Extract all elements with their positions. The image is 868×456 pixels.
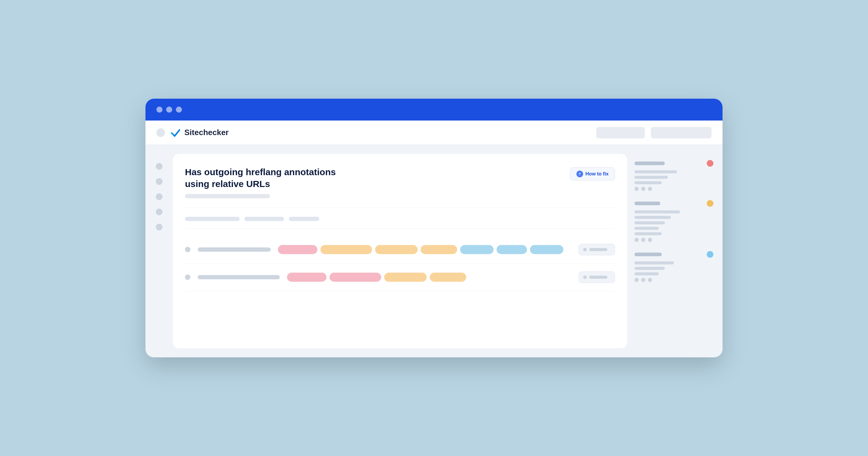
action-btn-dot-2 [583,275,587,279]
controls-row [185,217,615,229]
control-bar-3 [289,217,319,221]
logo-text: Sitechecker [184,128,229,137]
action-btn-bar-2 [589,276,608,279]
rs-line-11 [634,272,659,275]
row-icon-1 [185,247,190,252]
nav-right [596,127,712,138]
left-sidebar [146,154,173,348]
nav-bar: Sitechecker [146,121,722,145]
issue-header: Has outgoing hreflang annotations using … [185,166,615,208]
sidebar-dot-3 [156,193,162,200]
action-btn-dot-1 [583,248,587,251]
tag-pink-1 [278,245,317,254]
nav-button-1[interactable] [596,127,645,138]
how-to-fix-button[interactable]: ? How to fix [570,167,615,181]
main-area: Has outgoing hreflang annotations using … [146,145,722,357]
rs-label-1-1 [634,162,665,165]
how-to-fix-icon: ? [577,171,583,177]
control-bar-2 [245,217,284,221]
row-label-bar-2 [198,275,280,279]
rs-line-3 [634,181,662,184]
sidebar-dot-5 [156,224,162,230]
title-bar [146,99,722,121]
logo-area: Sitechecker [170,127,229,138]
tag-blue-1 [460,245,494,254]
rs-label-3-1 [634,253,662,256]
rs-dot-9 [648,278,652,282]
action-btn-bar-1 [589,248,608,251]
rs-dot-8 [641,278,645,282]
rs-row-1-1 [634,160,713,167]
rs-lines-1 [634,170,713,184]
rs-line-10 [634,267,665,270]
rs-badge-red [707,160,713,167]
row-label-bar-1 [198,248,271,252]
tag-pink-3 [330,273,381,282]
window-dot-1 [156,106,162,112]
issue-title-area: Has outgoing hreflang annotations using … [185,166,561,198]
window-dot-3 [176,106,182,112]
rs-line-7 [634,227,659,230]
rs-dot-5 [641,238,645,242]
rs-dot-1 [634,187,639,191]
nav-back-circle [156,128,165,137]
right-sidebar [634,154,713,348]
row-action-btn-1[interactable] [579,244,615,255]
rs-line-8 [634,232,662,235]
window-dot-2 [166,106,172,112]
sidebar-dot-2 [156,178,162,185]
rs-label-2-1 [634,202,660,205]
tag-orange-5 [430,273,466,282]
rs-line-4 [634,210,680,214]
tag-orange-2 [375,245,417,254]
nav-button-2[interactable] [651,127,712,138]
rs-line-5 [634,216,671,219]
rs-dot-3 [648,187,652,191]
rs-lines-3 [634,261,713,275]
rs-line-9 [634,261,674,264]
issue-subtitle-bar [185,194,270,198]
rs-badge-blue [707,251,713,258]
rs-line-6 [634,221,665,224]
how-to-fix-text: How to fix [586,171,609,177]
row-tags-2 [287,273,571,282]
rs-line-1 [634,170,677,173]
content-panel: Has outgoing hreflang annotations using … [173,154,627,348]
tag-blue-2 [497,245,527,254]
rs-section-2 [634,200,713,244]
tag-orange-4 [384,273,427,282]
rs-dot-6 [648,238,652,242]
tag-blue-3 [530,245,563,254]
row-tags-1 [278,245,571,254]
logo-icon [170,127,181,138]
rs-dot-4 [634,238,639,242]
rs-lines-2 [634,210,713,235]
rs-section-3 [634,251,713,284]
tag-orange-3 [421,245,457,254]
browser-window: Sitechecker Has outgoing hreflang annota… [146,99,722,357]
table-row [185,236,615,263]
control-bar-1 [185,217,240,221]
row-icon-2 [185,274,190,280]
tag-pink-2 [287,273,327,282]
rs-section-1 [634,160,713,193]
window-controls [156,106,182,112]
nav-left: Sitechecker [156,127,229,138]
rs-line-2 [634,176,668,179]
tag-orange-1 [320,245,372,254]
rs-badge-orange [707,200,713,207]
rs-row-2-1 [634,200,713,207]
rs-dot-7 [634,278,639,282]
sidebar-dot-4 [156,208,162,215]
sidebar-dot-1 [156,163,162,170]
issue-title: Has outgoing hreflang annotations using … [185,166,561,190]
rs-dot-2 [641,187,645,191]
rs-row-3-1 [634,251,713,258]
table-row-2 [185,263,615,291]
row-action-btn-2[interactable] [579,271,615,283]
